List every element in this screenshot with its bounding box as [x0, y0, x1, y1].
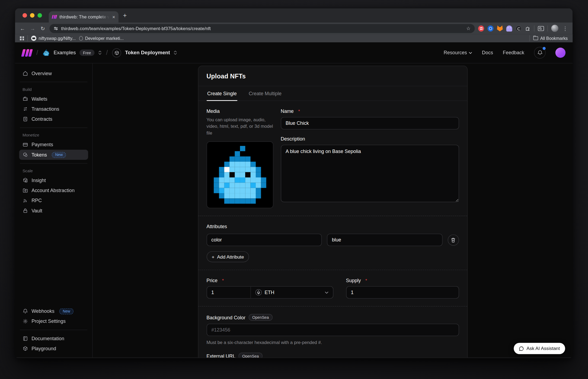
currency-select[interactable]: ETH [251, 286, 333, 298]
team-switcher-icon[interactable] [98, 51, 101, 55]
metamask-fox-icon[interactable] [497, 25, 503, 31]
nft-media-preview[interactable] [206, 141, 273, 208]
project-cube-icon [112, 48, 121, 57]
plan-badge: Free [79, 50, 94, 56]
name-input[interactable] [281, 117, 459, 129]
delete-attribute-button[interactable] [448, 234, 459, 245]
extension-icon-blue[interactable] [487, 25, 493, 31]
sidebar-item-vault[interactable]: Vault [19, 206, 88, 216]
notifications-button[interactable] [534, 47, 546, 59]
reload-icon[interactable]: ↻ [39, 26, 46, 31]
sidebar-group-build: Build [23, 87, 88, 92]
tab-strip: thirdweb: The complete web3 × + [15, 8, 573, 23]
folder-icon [533, 36, 538, 40]
sidebar-item-insight[interactable]: Insight [19, 175, 88, 185]
breadcrumb-slash: / [36, 49, 38, 56]
required-asterisk: * [298, 109, 300, 114]
extension-icon-red[interactable] [478, 25, 484, 31]
tab-create-single[interactable]: Create Single [206, 86, 237, 101]
nav-resources[interactable]: Resources [444, 50, 472, 56]
bookmarks-bar: niftyswap.gg/Nifty... Developer marketi.… [15, 34, 573, 42]
bookmark-developer-marketing[interactable]: Developer marketi... [79, 36, 124, 41]
close-window-button[interactable] [23, 13, 27, 18]
browser-toolbar: ← → ↻ thirdweb.com/team/examples/Token-D… [15, 23, 573, 34]
sidebar-item-account-abstraction[interactable]: Account Abstraction [19, 185, 88, 195]
plus-icon: + [212, 254, 215, 259]
account-avatar[interactable] [555, 48, 565, 58]
tab-title: thirdweb: The complete web3 [59, 14, 110, 20]
apps-grid-icon[interactable] [20, 36, 24, 40]
toolbar-divider [534, 25, 534, 31]
chevron-down-icon [325, 291, 328, 294]
bookmark-niftyswap[interactable]: niftyswap.gg/Nifty... [31, 36, 76, 41]
desktop: thirdweb: The complete web3 × + ← → ↻ th… [0, 0, 588, 379]
cube-icon [23, 346, 28, 352]
tab-create-multiple[interactable]: Create Multiple [248, 86, 282, 101]
sidebar-item-overview[interactable]: Overview [19, 68, 88, 78]
project-switcher-icon[interactable] [174, 51, 177, 55]
browser-profile-avatar[interactable] [551, 25, 558, 32]
forward-icon[interactable]: → [29, 26, 36, 31]
attributes-section: Attributes + Add Att [198, 216, 467, 270]
phantom-ghost-icon[interactable] [506, 25, 512, 31]
attribute-value-input[interactable] [327, 234, 442, 246]
url-text[interactable]: thirdweb.com/team/examples/Token-Deploym… [61, 26, 463, 31]
back-icon[interactable]: ← [19, 26, 26, 31]
app-body: Overview Build Wallets Transactions Cont… [15, 63, 573, 358]
description-label: Description [281, 136, 305, 142]
zoom-window-button[interactable] [37, 13, 42, 18]
breadcrumb-slash: / [106, 49, 108, 56]
bookmark-star-icon[interactable]: ☆ [466, 26, 471, 31]
sidebar-item-webhooks[interactable]: Webhooks New [19, 306, 88, 316]
sidebar-item-documentation[interactable]: Documentation [19, 333, 88, 343]
droplet-icon [79, 36, 83, 41]
panel-title: Upload NFTs [206, 73, 459, 80]
price-input[interactable] [207, 286, 251, 298]
address-bar[interactable]: thirdweb.com/team/examples/Token-Deploym… [50, 24, 475, 33]
gear-icon [23, 319, 28, 324]
team-name[interactable]: Examples [54, 50, 76, 56]
browser-menu-icon[interactable]: ⋮ [562, 26, 568, 31]
nav-feedback[interactable]: Feedback [503, 50, 524, 56]
bookmark-label: Developer marketi... [85, 36, 124, 41]
nav-docs[interactable]: Docs [482, 50, 493, 56]
main-content: Upload NFTs Create Single Create Multipl… [93, 63, 573, 358]
all-bookmarks-button[interactable]: All Bookmarks [533, 36, 568, 41]
tab-close-icon[interactable]: × [112, 14, 115, 19]
description-textarea[interactable]: A blue chick living on Base Sepolia [281, 145, 459, 202]
browser-window: thirdweb: The complete web3 × + ← → ↻ th… [15, 8, 573, 358]
minimize-window-button[interactable] [30, 13, 35, 18]
extensions-puzzle-icon[interactable] [525, 26, 531, 31]
thirdweb-logo-icon[interactable] [22, 49, 32, 56]
sidebar-item-rpc[interactable]: RPC [19, 195, 88, 205]
sidebar-item-tokens[interactable]: Tokens New [19, 150, 88, 160]
sidebar-item-payments[interactable]: Payments [19, 139, 88, 149]
site-settings-icon[interactable] [54, 26, 58, 31]
transactions-icon [23, 106, 28, 112]
sidebar-item-playground[interactable]: Playground [19, 344, 88, 354]
team-avatar [43, 49, 50, 56]
supply-input[interactable] [346, 286, 459, 299]
panel-tabs: Create Single Create Multiple [198, 86, 467, 101]
attribute-name-input[interactable] [206, 234, 322, 246]
media-label: Media [206, 109, 273, 114]
side-panel-icon[interactable] [538, 26, 544, 31]
bell-icon [537, 50, 542, 56]
external-url-label: External URL [206, 353, 235, 358]
new-tab-button[interactable]: + [123, 12, 127, 19]
ask-ai-assistant-button[interactable]: Ask AI Assistant [514, 343, 565, 354]
required-asterisk: * [365, 278, 367, 283]
background-color-label: Background Color [206, 314, 245, 320]
sidebar-item-project-settings[interactable]: Project Settings [19, 316, 88, 326]
sidebar-item-contracts[interactable]: Contracts [19, 114, 88, 124]
sidebar-item-transactions[interactable]: Transactions [19, 104, 88, 114]
eth-icon [255, 289, 262, 296]
new-badge: New [52, 152, 66, 158]
wallet-icon [23, 96, 28, 102]
browser-tab[interactable]: thirdweb: The complete web3 × [49, 11, 119, 22]
sidebar-item-wallets[interactable]: Wallets [19, 94, 88, 104]
background-color-input[interactable] [206, 324, 459, 336]
extension-icon-clock[interactable] [516, 25, 522, 31]
add-attribute-button[interactable]: + Add Attribute [206, 251, 249, 262]
project-name[interactable]: Token Deployment [125, 50, 170, 56]
